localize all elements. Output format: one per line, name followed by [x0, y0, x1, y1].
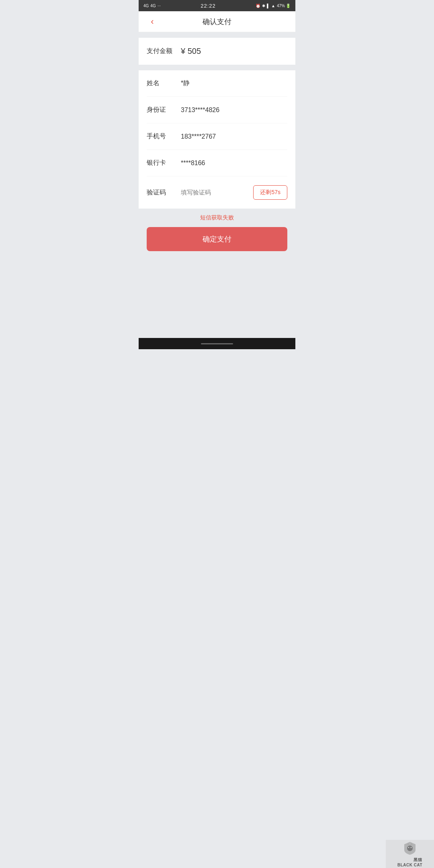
bank-label: 银行卡 [147, 159, 173, 167]
status-right: ⏰ ✱ ▌ ▲ 47% 🔋 [256, 4, 291, 8]
send-code-button[interactable]: 还剩57s [253, 185, 287, 200]
status-time: 22:22 [201, 3, 216, 9]
signal-icon-2: 4G [150, 4, 156, 8]
phone-row: 手机号 183****2767 [147, 123, 287, 150]
verify-input-area [181, 189, 249, 196]
nav-bar: ‹ 确认支付 [139, 11, 295, 32]
wifi-icon: ▲ [271, 4, 275, 8]
name-row: 姓名 *静 [147, 70, 287, 97]
phone-value: 183****2767 [181, 133, 216, 140]
battery-icon: 🔋 [286, 4, 291, 8]
page-title: 确认支付 [203, 17, 231, 27]
back-button[interactable]: ‹ [145, 14, 160, 29]
gray-background [139, 258, 295, 338]
bank-row: 银行卡 ****8166 [147, 150, 287, 176]
bank-value: ****8166 [181, 160, 205, 167]
error-message: 短信获取失败 [147, 214, 287, 221]
verify-row: 验证码 还剩57s [147, 176, 287, 209]
battery-indicator: 47% 🔋 [277, 4, 291, 8]
top-divider [139, 32, 295, 38]
amount-section: 支付金额 ¥ 505 [139, 38, 295, 65]
name-label: 姓名 [147, 79, 173, 88]
id-value: 3713****4826 [181, 106, 219, 114]
vibrate-icon: ▌ [267, 4, 270, 8]
user-info-section: 姓名 *静 身份证 3713****4826 手机号 183****2767 银… [139, 70, 295, 209]
signal-dots: ··· [158, 4, 161, 8]
id-label: 身份证 [147, 106, 173, 114]
home-indicator [201, 343, 233, 344]
phone-label: 手机号 [147, 132, 173, 141]
verify-code-input[interactable] [181, 189, 249, 196]
amount-row: 支付金额 ¥ 505 [147, 38, 287, 65]
status-left: 4G 4G ··· [143, 4, 161, 8]
battery-percent: 47% [277, 4, 285, 8]
alarm-icon: ⏰ [256, 4, 260, 8]
amount-value: ¥ 505 [181, 47, 201, 56]
mid-divider [139, 65, 295, 70]
status-bar: 4G 4G ··· 22:22 ⏰ ✱ ▌ ▲ 47% 🔋 [139, 0, 295, 11]
bluetooth-icon: ✱ [262, 4, 265, 8]
bottom-section: 短信获取失败 确定支付 [139, 209, 295, 258]
confirm-payment-button[interactable]: 确定支付 [147, 227, 287, 251]
verify-label: 验证码 [147, 188, 173, 197]
id-row: 身份证 3713****4826 [147, 97, 287, 123]
name-value: *静 [181, 79, 190, 88]
home-indicator-bar [139, 338, 295, 349]
signal-icon: 4G [143, 4, 149, 8]
amount-label: 支付金额 [147, 47, 173, 55]
